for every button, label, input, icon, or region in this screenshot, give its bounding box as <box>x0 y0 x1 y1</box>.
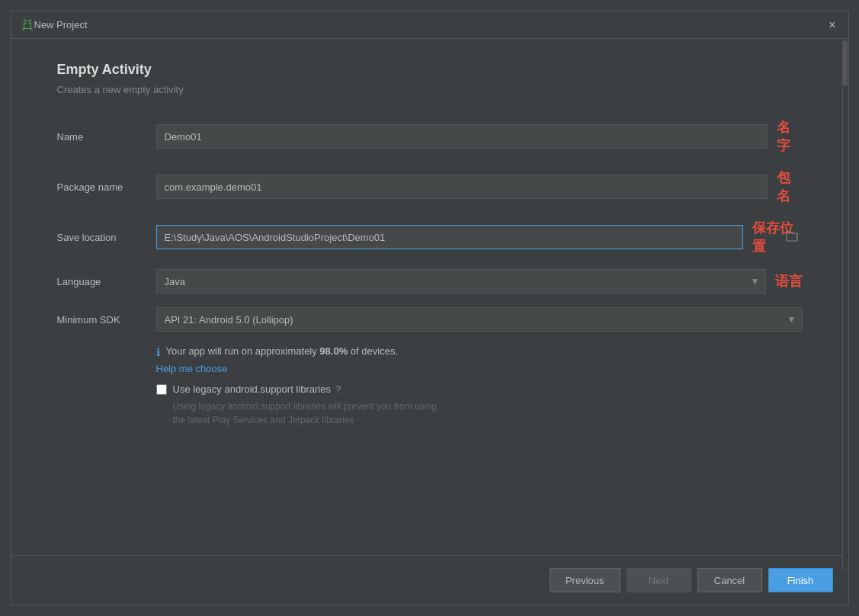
dialog-footer: Previous Next Cancel Finish <box>11 555 848 605</box>
name-form-group: Name 名字 <box>57 118 803 155</box>
section-subtitle: Creates a new empty activity <box>57 84 803 95</box>
name-input-wrapper: 名字 <box>156 118 803 155</box>
language-label: Language <box>57 276 156 287</box>
info-row: ℹ Your app will run on approximately 98.… <box>156 345 803 358</box>
save-input[interactable] <box>156 225 744 249</box>
close-button[interactable]: × <box>825 18 838 32</box>
package-input[interactable] <box>156 175 768 199</box>
android-icon <box>21 18 34 32</box>
language-form-group: Language Java Kotlin ▼ 语言 <box>57 269 803 294</box>
cancel-button[interactable]: Cancel <box>697 568 762 592</box>
legacy-checkbox-row: Use legacy android.support libraries ? <box>156 383 803 395</box>
name-label: Name <box>57 131 156 143</box>
save-form-group: Save location 保存位置 <box>57 219 803 255</box>
package-label: Package name <box>57 181 156 193</box>
legacy-description: Using legacy android.support libraries w… <box>173 399 803 427</box>
dialog-title: New Project <box>34 19 88 30</box>
svg-point-0 <box>25 23 27 24</box>
sdk-label: Minimum SDK <box>57 314 156 326</box>
info-text: Your app will run on approximately 98.0%… <box>166 345 399 357</box>
name-input[interactable] <box>156 124 768 149</box>
save-label: Save location <box>57 232 156 243</box>
legacy-section: Use legacy android.support libraries ? U… <box>156 383 803 427</box>
section-title: Empty Activity <box>57 62 803 78</box>
legacy-help-icon[interactable]: ? <box>335 383 341 395</box>
package-form-group: Package name 包名 <box>57 168 803 205</box>
new-project-dialog: New Project × Empty Activity Creates a n… <box>11 11 849 605</box>
legacy-checkbox-label[interactable]: Use legacy android.support libraries <box>173 383 331 395</box>
language-input-wrapper: Java Kotlin ▼ 语言 <box>156 269 803 294</box>
finish-button[interactable]: Finish <box>768 568 833 592</box>
sdk-select-wrapper: API 21: Android 5.0 (Lollipop) API 23: A… <box>156 307 803 332</box>
scrollbar[interactable] <box>842 39 848 571</box>
scrollbar-thumb <box>843 40 848 86</box>
browse-folder-button[interactable] <box>786 231 798 244</box>
package-annotation: 包名 <box>777 168 803 205</box>
package-input-wrapper: 包名 <box>156 168 803 205</box>
language-select-wrapper: Java Kotlin ▼ <box>156 269 766 294</box>
title-bar: New Project × <box>11 11 848 39</box>
help-me-choose-link[interactable]: Help me choose <box>156 363 803 374</box>
info-icon: ℹ <box>156 346 160 358</box>
previous-button[interactable]: Previous <box>550 568 620 592</box>
save-input-wrapper: 保存位置 <box>156 219 803 255</box>
svg-point-1 <box>28 23 30 24</box>
sdk-form-group: Minimum SDK API 21: Android 5.0 (Lollipo… <box>57 307 803 332</box>
name-annotation: 名字 <box>777 118 803 155</box>
language-annotation: 语言 <box>775 272 803 290</box>
next-button[interactable]: Next <box>627 568 691 592</box>
legacy-checkbox[interactable] <box>156 384 167 395</box>
dialog-content: Empty Activity Creates a new empty activ… <box>11 39 848 555</box>
language-select[interactable]: Java Kotlin <box>156 269 766 294</box>
info-section: ℹ Your app will run on approximately 98.… <box>156 345 803 374</box>
sdk-select[interactable]: API 21: Android 5.0 (Lollipop) API 23: A… <box>156 307 803 332</box>
